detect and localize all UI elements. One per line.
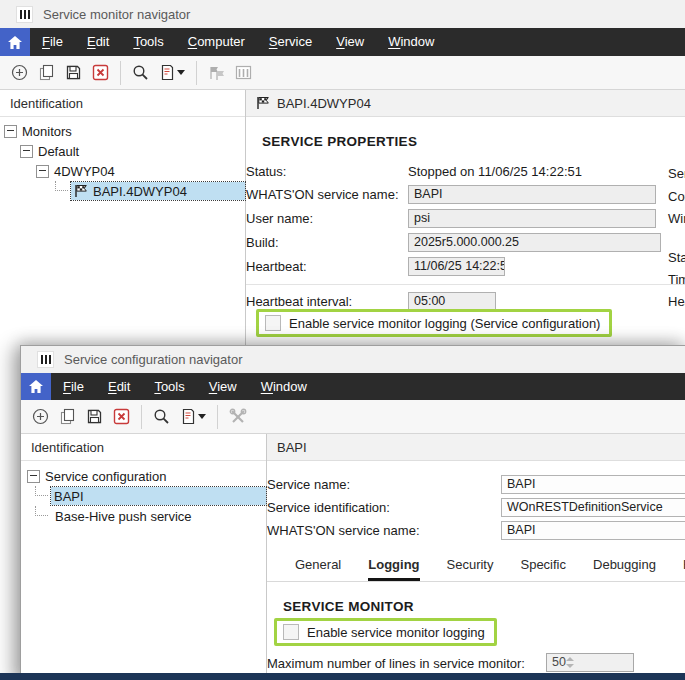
- content-header: BAPI.4DWYP04: [246, 90, 685, 117]
- home-icon: [8, 36, 22, 49]
- heartbeat-interval-label: Heartbeat interval:: [246, 294, 352, 309]
- status-value: Stopped on 11/06/25 14:22:51: [408, 164, 582, 179]
- heartbeat-field[interactable]: 11/06/25 14:22:51: [408, 257, 505, 276]
- report-icon: [181, 408, 196, 425]
- collapse-icon[interactable]: [27, 470, 40, 483]
- service-identification-label: Service identification:: [267, 500, 390, 515]
- copy-button[interactable]: [33, 60, 60, 86]
- tree-item-default[interactable]: Default: [0, 141, 245, 161]
- build-field[interactable]: 2025r5.000.000.25: [408, 233, 661, 252]
- tools-button[interactable]: [224, 404, 251, 430]
- archive-button[interactable]: [230, 60, 257, 86]
- save-button[interactable]: [81, 404, 108, 430]
- clipped-label: Serv: [668, 166, 685, 181]
- selected-tree-item[interactable]: BAPI.4DWYP04: [71, 182, 245, 200]
- add-button[interactable]: [27, 404, 54, 430]
- clipped-label: Hea: [668, 294, 685, 309]
- menubar: File Edit Tools Computer Service View Wi…: [0, 28, 685, 56]
- menu-computer[interactable]: Computer: [176, 28, 257, 56]
- collapse-icon[interactable]: [4, 125, 17, 138]
- menu-file[interactable]: File: [51, 373, 96, 400]
- delete-icon: [113, 408, 130, 425]
- toolbar: [0, 56, 685, 90]
- home-button[interactable]: [21, 373, 51, 400]
- titlebar: Service monitor navigator: [0, 0, 685, 28]
- max-lines-stepper[interactable]: 50: [546, 653, 634, 672]
- dropdown-caret: [198, 414, 206, 419]
- tree-item-monitors[interactable]: Monitors: [0, 121, 245, 141]
- tree-item-service-configuration[interactable]: Service configuration: [21, 466, 266, 486]
- taskbar-strip: [0, 673, 685, 680]
- home-button[interactable]: [0, 28, 30, 56]
- app-icon: [37, 351, 54, 368]
- menu-edit[interactable]: Edit: [75, 28, 121, 56]
- delete-button[interactable]: [87, 60, 114, 86]
- tree-item-4dwyp04[interactable]: 4DWYP04: [0, 161, 245, 181]
- max-lines-label: Maximum number of lines in service monit…: [267, 656, 525, 671]
- tree-item-bapi-4dwyp04[interactable]: BAPI.4DWYP04: [0, 181, 245, 201]
- toolbar-separator: [217, 405, 218, 429]
- flags-button[interactable]: [203, 60, 230, 86]
- service-configuration-window: Service configuration navigator File Edi…: [20, 345, 685, 680]
- tab-separator: [267, 581, 685, 582]
- tab-logging[interactable]: Logging: [368, 557, 419, 581]
- content-header: BAPI: [267, 434, 685, 461]
- add-button[interactable]: [6, 60, 33, 86]
- user-name-field[interactable]: psi: [408, 209, 656, 228]
- build-label: Build:: [246, 235, 279, 250]
- menu-tools[interactable]: Tools: [121, 28, 175, 56]
- tools-icon: [229, 408, 247, 425]
- highlighted-checkbox-group: Enable service monitor logging: [274, 618, 497, 646]
- menu-window[interactable]: Window: [249, 373, 319, 400]
- status-label: Status:: [246, 164, 286, 179]
- tab-general[interactable]: General: [295, 557, 341, 581]
- copy-icon: [38, 64, 55, 81]
- menu-tools[interactable]: Tools: [142, 373, 196, 400]
- tree-guide: [35, 486, 48, 496]
- checkered-flag-icon: [74, 184, 88, 198]
- enable-logging-checkbox[interactable]: [283, 624, 299, 640]
- search-icon: [153, 408, 170, 425]
- report-button[interactable]: [175, 404, 211, 430]
- tab-specific[interactable]: Specific: [520, 557, 566, 581]
- add-icon: [11, 64, 28, 81]
- clipped-label: Star: [668, 250, 685, 265]
- save-button[interactable]: [60, 60, 87, 86]
- tree-item-bapi[interactable]: BAPI: [21, 486, 266, 506]
- service-name-field[interactable]: BAPI: [501, 475, 685, 494]
- search-icon: [132, 64, 149, 81]
- tab-debugging[interactable]: Debugging: [593, 557, 656, 581]
- service-identification-field[interactable]: WOnRESTDefinitionService: [501, 498, 685, 517]
- selected-tree-item[interactable]: BAPI: [51, 487, 266, 505]
- tree-item-base-hive[interactable]: Base-Hive push service: [21, 506, 266, 526]
- whatson-name-field[interactable]: BAPI: [501, 521, 685, 540]
- menu-window[interactable]: Window: [376, 28, 446, 56]
- copy-button[interactable]: [54, 404, 81, 430]
- enable-logging-checkbox[interactable]: [265, 315, 281, 331]
- delete-button[interactable]: [108, 404, 135, 430]
- app-icon: [16, 6, 33, 23]
- stepper-up-icon[interactable]: [566, 657, 574, 661]
- tab-security[interactable]: Security: [447, 557, 494, 581]
- section-title: SERVICE MONITOR: [283, 599, 414, 614]
- stepper-down-icon[interactable]: [566, 664, 574, 668]
- menu-view[interactable]: View: [197, 373, 249, 400]
- menu-service[interactable]: Service: [257, 28, 324, 56]
- collapse-icon[interactable]: [20, 145, 33, 158]
- menu-view[interactable]: View: [324, 28, 376, 56]
- window-body: Identification Service configuration BAP…: [21, 434, 685, 680]
- clipped-label: Con: [668, 189, 685, 204]
- checkered-flag-icon: [256, 96, 270, 110]
- menu-file[interactable]: File: [30, 28, 75, 56]
- collapse-icon[interactable]: [36, 165, 49, 178]
- toolbar: [21, 400, 685, 434]
- search-button[interactable]: [148, 404, 175, 430]
- search-button[interactable]: [127, 60, 154, 86]
- whatson-name-field[interactable]: BAPI: [408, 185, 656, 204]
- toolbar-separator: [120, 61, 121, 85]
- section-title: SERVICE PROPERTIES: [262, 134, 417, 149]
- window-title: Service configuration navigator: [64, 352, 243, 367]
- menu-edit[interactable]: Edit: [96, 373, 142, 400]
- report-button[interactable]: [154, 60, 190, 86]
- flags-icon: [208, 65, 226, 81]
